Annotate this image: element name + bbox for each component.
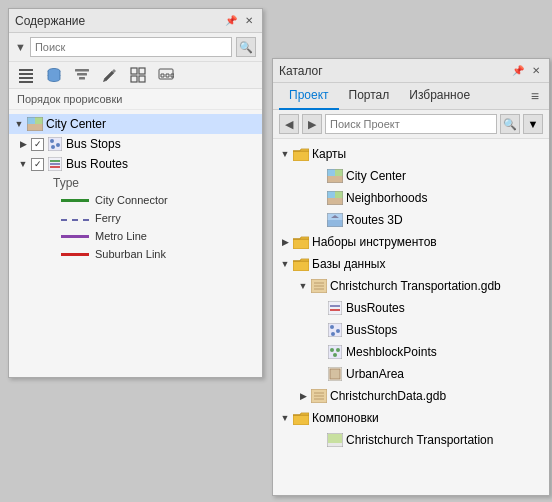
type-label: Type bbox=[9, 174, 262, 191]
christchurch-layout[interactable]: Christchurch Transportation bbox=[273, 429, 549, 451]
legend-city-connector: City Connector bbox=[9, 191, 262, 209]
christchurch-layout-label: Christchurch Transportation bbox=[346, 433, 493, 447]
contents-toolbar bbox=[9, 62, 262, 89]
catalog-close-button[interactable]: ✕ bbox=[529, 64, 543, 78]
catalog-panel: Каталог 📌 ✕ Проект Портал Избранное ≡ ◀ … bbox=[272, 58, 550, 496]
expand-christchurchdata-gdb[interactable] bbox=[297, 390, 309, 402]
catalog-menu-button[interactable]: ≡ bbox=[527, 83, 543, 109]
forward-button[interactable]: ▶ bbox=[302, 114, 322, 134]
layer-bus-stops-label: Bus Stops bbox=[66, 137, 121, 151]
catalog-routes-3d-label: Routes 3D bbox=[346, 213, 403, 227]
catalog-neighborhoods-label: Neighborhoods bbox=[346, 191, 427, 205]
urbanarea-fc-icon bbox=[327, 366, 343, 382]
christchurchdata-gdb[interactable]: ChristchurchData.gdb bbox=[273, 385, 549, 407]
section-databases[interactable]: Базы данных bbox=[273, 253, 549, 275]
legend-metro: Metro Line bbox=[9, 227, 262, 245]
layouts-section-label: Компоновки bbox=[312, 411, 379, 425]
catalog-search-button[interactable]: 🔍 bbox=[500, 114, 520, 134]
svg-rect-0 bbox=[19, 69, 33, 71]
tab-favorites[interactable]: Избранное bbox=[399, 83, 480, 110]
svg-point-19 bbox=[50, 139, 54, 143]
suburban-label: Suburban Link bbox=[95, 248, 166, 260]
city-connector-label: City Connector bbox=[95, 194, 168, 206]
toolboxes-section-label: Наборы инструментов bbox=[312, 235, 437, 249]
svg-rect-32 bbox=[327, 191, 335, 198]
urbanarea-fc-label: UrbanArea bbox=[346, 367, 404, 381]
list-view-icon[interactable] bbox=[15, 65, 37, 85]
expand-bus-stops[interactable] bbox=[17, 138, 29, 150]
svg-rect-34 bbox=[335, 191, 343, 198]
edit-icon[interactable] bbox=[99, 65, 121, 85]
busstops-fc-icon bbox=[327, 322, 343, 338]
catalog-routes-3d-icon bbox=[327, 212, 343, 228]
ferry-label: Ferry bbox=[95, 212, 121, 224]
catalog-pin-button[interactable]: 📌 bbox=[511, 64, 525, 78]
contents-panel-header: Содержание 📌 ✕ bbox=[9, 9, 262, 33]
svg-rect-9 bbox=[139, 68, 145, 74]
svg-rect-27 bbox=[327, 169, 335, 176]
layer-city-center[interactable]: City Center bbox=[9, 114, 262, 134]
expand-city-center[interactable] bbox=[13, 118, 25, 130]
catalog-search-input[interactable] bbox=[325, 114, 497, 134]
back-button[interactable]: ◀ bbox=[279, 114, 299, 134]
meshblock-fc[interactable]: MeshblockPoints bbox=[273, 341, 549, 363]
svg-rect-52 bbox=[330, 369, 340, 379]
christchurch-layout-icon bbox=[327, 432, 343, 448]
catalog-neighborhoods[interactable]: Neighborhoods bbox=[273, 187, 549, 209]
maps-folder-icon bbox=[293, 146, 309, 162]
section-toolboxes[interactable]: Наборы инструментов bbox=[273, 231, 549, 253]
svg-point-48 bbox=[330, 348, 334, 352]
section-maps[interactable]: Карты bbox=[273, 143, 549, 165]
catalog-neighborhoods-icon bbox=[327, 190, 343, 206]
catalog-city-center-icon bbox=[327, 168, 343, 184]
contents-search-input[interactable] bbox=[30, 37, 232, 57]
christchurch-gdb[interactable]: Christchurch Transportation.gdb bbox=[273, 275, 549, 297]
expand-layouts[interactable] bbox=[279, 412, 291, 424]
busstops-fc[interactable]: BusStops bbox=[273, 319, 549, 341]
close-button[interactable]: ✕ bbox=[242, 14, 256, 28]
catalog-tree: Карты City Center bbox=[273, 139, 549, 495]
expand-bus-routes[interactable] bbox=[17, 158, 29, 170]
databases-section-label: Базы данных bbox=[312, 257, 385, 271]
svg-rect-14 bbox=[27, 117, 35, 124]
svg-rect-3 bbox=[19, 81, 33, 83]
svg-rect-10 bbox=[131, 76, 137, 82]
catalog-dropdown-button[interactable]: ▼ bbox=[523, 114, 543, 134]
more-options-icon[interactable] bbox=[155, 65, 177, 85]
grid-icon[interactable] bbox=[127, 65, 149, 85]
catalog-routes-3d[interactable]: Routes 3D bbox=[273, 209, 549, 231]
contents-search-button[interactable]: 🔍 bbox=[236, 37, 256, 57]
database-icon[interactable] bbox=[43, 65, 65, 85]
expand-christchurch-gdb[interactable] bbox=[297, 280, 309, 292]
bus-routes-checkbox[interactable] bbox=[31, 158, 44, 171]
svg-rect-11 bbox=[139, 76, 145, 82]
contents-controls: 📌 ✕ bbox=[224, 14, 256, 28]
ferry-line bbox=[61, 219, 89, 221]
meshblock-fc-icon bbox=[327, 344, 343, 360]
layer-bus-stops[interactable]: Bus Stops bbox=[9, 134, 262, 154]
busstops-fc-label: BusStops bbox=[346, 323, 397, 337]
urbanarea-fc[interactable]: UrbanArea bbox=[273, 363, 549, 385]
layer-bus-routes[interactable]: Bus Routes bbox=[9, 154, 262, 174]
expand-maps[interactable] bbox=[279, 148, 291, 160]
catalog-city-center[interactable]: City Center bbox=[273, 165, 549, 187]
tab-project[interactable]: Проект bbox=[279, 83, 339, 110]
bus-stops-checkbox[interactable] bbox=[31, 138, 44, 151]
svg-rect-56 bbox=[328, 443, 342, 446]
busroutes-fc[interactable]: BusRoutes bbox=[273, 297, 549, 319]
svg-rect-5 bbox=[75, 69, 89, 72]
expand-databases[interactable] bbox=[279, 258, 291, 270]
svg-rect-55 bbox=[328, 434, 342, 443]
pin-button[interactable]: 📌 bbox=[224, 14, 238, 28]
meshblock-fc-label: MeshblockPoints bbox=[346, 345, 437, 359]
tab-portal[interactable]: Портал bbox=[339, 83, 400, 110]
databases-folder-icon bbox=[293, 256, 309, 272]
expand-toolboxes[interactable] bbox=[279, 236, 291, 248]
svg-rect-40 bbox=[328, 301, 342, 315]
section-layouts[interactable]: Компоновки bbox=[273, 407, 549, 429]
filter-layers-icon[interactable] bbox=[71, 65, 93, 85]
christchurch-gdb-label: Christchurch Transportation.gdb bbox=[330, 279, 501, 293]
svg-rect-8 bbox=[131, 68, 137, 74]
svg-rect-37 bbox=[327, 220, 343, 227]
layouts-folder-icon bbox=[293, 410, 309, 426]
